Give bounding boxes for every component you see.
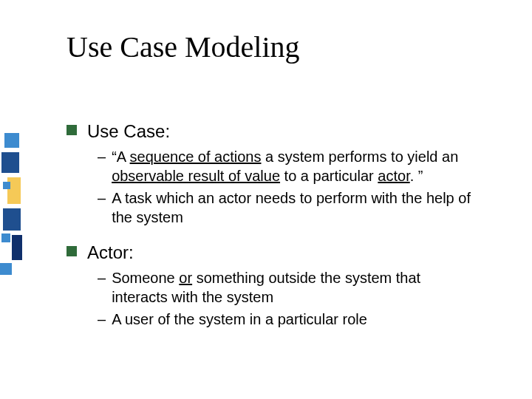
underlined-text: or	[179, 270, 192, 286]
bullet-heading: Use Case:	[87, 120, 170, 143]
text-fragment: to a particular	[280, 168, 378, 184]
bullet-square-icon	[66, 125, 77, 135]
deco-square	[1, 152, 19, 173]
bullet-use-case: Use Case:	[66, 120, 480, 143]
sub-item: – A task which an actor needs to perform…	[98, 188, 480, 227]
deco-square	[0, 263, 12, 275]
sub-item-text: Someone or something outside the system …	[112, 268, 480, 307]
dash-icon: –	[98, 188, 106, 208]
deco-square	[3, 182, 10, 189]
bullet-heading: Actor:	[87, 242, 134, 264]
dash-icon: –	[98, 268, 106, 287]
bullet-actor: Actor:	[66, 242, 480, 264]
text-fragment: Someone	[112, 270, 179, 286]
text-fragment: a system performs to yield an	[261, 149, 458, 165]
sub-list: – “A sequence of actions a system perfor…	[98, 147, 480, 227]
sub-item: – “A sequence of actions a system perfor…	[98, 147, 480, 185]
sub-item-text: “A sequence of actions a system performs…	[112, 147, 480, 185]
underlined-text: sequence of actions	[130, 149, 262, 165]
slide: Use Case Modeling Use Case: – “A sequenc…	[0, 0, 532, 399]
slide-title: Use Case Modeling	[66, 30, 300, 64]
text-fragment: . ”	[410, 168, 423, 184]
sub-list: – Someone or something outside the syste…	[98, 268, 480, 329]
deco-square	[3, 208, 21, 231]
sub-item-text: A task which an actor needs to perform w…	[112, 188, 480, 227]
slide-content: Use Case: – “A sequence of actions a sys…	[66, 107, 480, 332]
sub-item: – Someone or something outside the syste…	[98, 268, 480, 307]
deco-square	[12, 235, 22, 260]
text-fragment: “A	[112, 149, 129, 165]
deco-square	[1, 233, 10, 242]
underlined-text: observable result of value	[112, 168, 280, 184]
underlined-text: actor	[378, 168, 409, 184]
sidebar-decoration	[0, 0, 25, 399]
bullet-square-icon	[66, 246, 77, 256]
dash-icon: –	[98, 310, 106, 329]
dash-icon: –	[98, 147, 106, 166]
sub-item-text: A user of the system in a particular rol…	[112, 310, 367, 329]
deco-square	[4, 133, 19, 148]
sub-item: – A user of the system in a particular r…	[98, 310, 480, 329]
